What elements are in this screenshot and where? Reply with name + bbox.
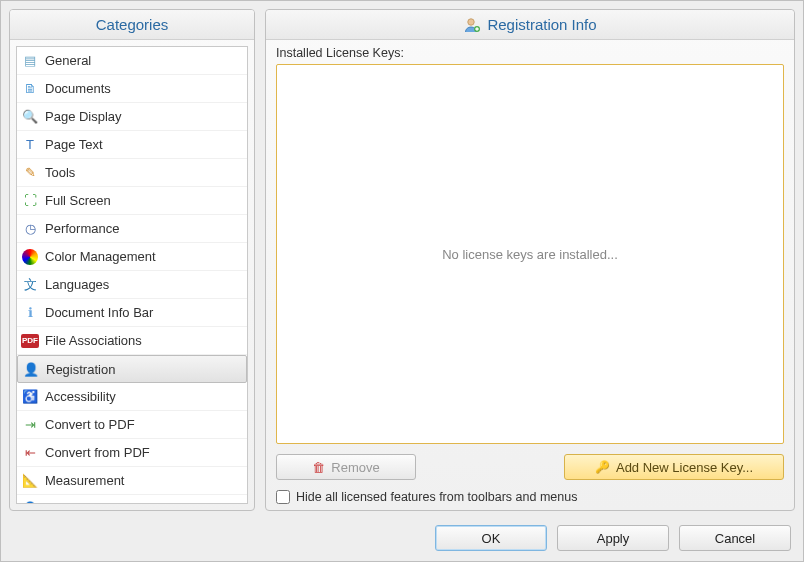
info-icon: ℹ (21, 304, 39, 322)
dialog-buttons: OK Apply Cancel (435, 525, 791, 551)
category-label: Color Management (45, 249, 243, 264)
cancel-button[interactable]: Cancel (679, 525, 791, 551)
category-tools[interactable]: ✎ Tools (17, 159, 247, 187)
category-page-display[interactable]: 🔍 Page Display (17, 103, 247, 131)
category-label: General (45, 53, 243, 68)
categories-title: Categories (10, 10, 254, 40)
empty-state-text: No license keys are installed... (442, 247, 618, 262)
category-label: Performance (45, 221, 243, 236)
installed-keys-label: Installed License Keys: (276, 46, 784, 60)
page-display-icon: 🔍 (21, 108, 39, 126)
category-label: Full Screen (45, 193, 243, 208)
category-performance[interactable]: ◷ Performance (17, 215, 247, 243)
category-page-text[interactable]: T Page Text (17, 131, 247, 159)
category-label: Documents (45, 81, 243, 96)
remove-button-label: Remove (331, 460, 379, 475)
hide-features-checkbox-row[interactable]: Hide all licensed features from toolbars… (276, 490, 784, 504)
hide-features-checkbox[interactable] (276, 490, 290, 504)
person-plus-icon (463, 16, 481, 34)
add-license-key-button[interactable]: 🔑 Add New License Key... (564, 454, 784, 480)
ok-button[interactable]: OK (435, 525, 547, 551)
category-label: Accessibility (45, 389, 243, 404)
ruler-icon: 📐 (21, 472, 39, 490)
category-label: Page Display (45, 109, 243, 124)
apply-button[interactable]: Apply (557, 525, 669, 551)
hide-features-label: Hide all licensed features from toolbars… (296, 490, 577, 504)
category-label: Page Text (45, 137, 243, 152)
documents-icon: 🗎 (21, 80, 39, 98)
add-button-label: Add New License Key... (616, 460, 753, 475)
pdf-icon: PDF (21, 332, 39, 350)
category-label: Registration (46, 362, 242, 377)
panel-title-bar: Registration Info (266, 10, 794, 40)
remove-button[interactable]: 🗑 Remove (276, 454, 416, 480)
accessibility-icon: ♿ (21, 388, 39, 406)
category-full-screen[interactable]: ⛶ Full Screen (17, 187, 247, 215)
person-plus-icon: 👤 (22, 360, 40, 378)
categories-panel: Categories ▤ General 🗎 Documents 🔍 Page … (9, 9, 255, 511)
fullscreen-icon: ⛶ (21, 192, 39, 210)
category-convert-to-pdf[interactable]: ⇥ Convert to PDF (17, 411, 247, 439)
category-label: Tools (45, 165, 243, 180)
category-languages[interactable]: 文 Languages (17, 271, 247, 299)
category-general[interactable]: ▤ General (17, 47, 247, 75)
category-convert-from-pdf[interactable]: ⇤ Convert from PDF (17, 439, 247, 467)
panel-title: Registration Info (487, 16, 596, 33)
tools-icon: ✎ (21, 164, 39, 182)
categories-list[interactable]: ▤ General 🗎 Documents 🔍 Page Display T P… (16, 46, 248, 504)
category-accessibility[interactable]: ♿ Accessibility (17, 383, 247, 411)
trash-icon: 🗑 (312, 460, 325, 475)
category-color-management[interactable]: Color Management (17, 243, 247, 271)
color-wheel-icon (21, 248, 39, 266)
svg-point-0 (468, 18, 474, 24)
category-label: File Associations (45, 333, 243, 348)
performance-icon: ◷ (21, 220, 39, 238)
category-document-info-bar[interactable]: ℹ Document Info Bar (17, 299, 247, 327)
registration-panel: Registration Info Installed License Keys… (265, 9, 795, 511)
page-text-icon: T (21, 136, 39, 154)
convert-to-icon: ⇥ (21, 416, 39, 434)
category-label: Languages (45, 277, 243, 292)
gear-page-icon: ▤ (21, 52, 39, 70)
category-identity[interactable]: 👤 Identity (17, 495, 247, 504)
identity-icon: 👤 (21, 500, 39, 505)
category-registration[interactable]: 👤 Registration (17, 355, 247, 383)
category-label: Convert from PDF (45, 445, 243, 460)
category-label: Document Info Bar (45, 305, 243, 320)
license-keys-list[interactable]: No license keys are installed... (276, 64, 784, 444)
category-label: Measurement (45, 473, 243, 488)
category-label: Convert to PDF (45, 417, 243, 432)
convert-from-icon: ⇤ (21, 444, 39, 462)
category-label: Identity (45, 501, 243, 504)
category-documents[interactable]: 🗎 Documents (17, 75, 247, 103)
category-measurement[interactable]: 📐 Measurement (17, 467, 247, 495)
key-plus-icon: 🔑 (595, 460, 610, 474)
category-file-associations[interactable]: PDF File Associations (17, 327, 247, 355)
languages-icon: 文 (21, 276, 39, 294)
